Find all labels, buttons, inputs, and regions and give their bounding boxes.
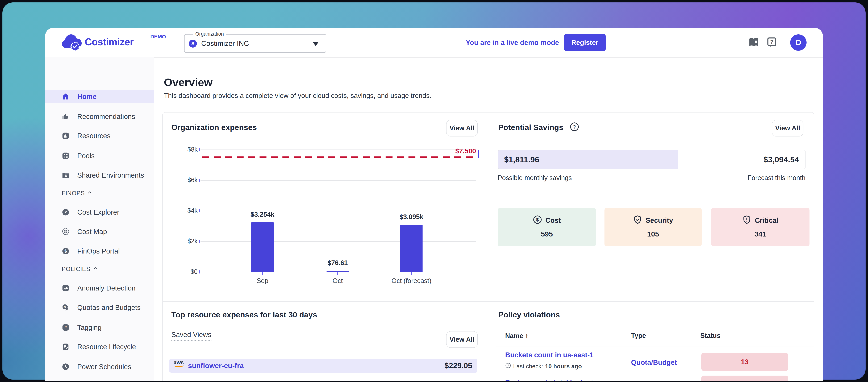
sidebar-item-tagging[interactable]: # Tagging bbox=[45, 321, 154, 334]
brand-name: Costimizer bbox=[85, 36, 133, 48]
sidebar-item-cost-map[interactable]: Cost Map bbox=[45, 225, 154, 238]
svg-text:?: ? bbox=[573, 124, 576, 129]
folder-user-icon bbox=[62, 171, 70, 179]
policy-type[interactable]: Quota/Budget bbox=[631, 358, 677, 366]
policy-table-divider bbox=[496, 347, 814, 347]
chart-right-marker bbox=[478, 150, 479, 158]
sidebar-item-label: Resources bbox=[77, 132, 111, 140]
sidebar-item-shared-environments[interactable]: Shared Environments bbox=[45, 169, 154, 182]
potential-savings-title: Potential Savings bbox=[498, 123, 563, 132]
app-window: Costimizer DEMO Organization S Costimize… bbox=[45, 28, 823, 381]
sidebar-item-recommendations[interactable]: Recommendations bbox=[45, 110, 154, 123]
anomaly-chart-icon bbox=[62, 284, 70, 292]
savings-chip-cost[interactable]: $ Cost 595 bbox=[498, 208, 596, 246]
savings-chip-security[interactable]: Security 105 bbox=[604, 208, 702, 246]
organization-select[interactable]: Organization S Costimizer INC bbox=[184, 34, 327, 53]
chip-value: 341 bbox=[711, 230, 809, 238]
cloud-check-icon bbox=[60, 32, 83, 53]
thumbs-up-icon bbox=[62, 113, 70, 120]
resource-row[interactable]: aws sunflower-eu-fra $229.05 bbox=[169, 359, 477, 373]
policy-status-count: 13 bbox=[741, 358, 749, 366]
sidebar-section-label: FINOPS bbox=[62, 189, 85, 197]
top-resources-view-all-button[interactable]: View All bbox=[446, 331, 478, 348]
org-expenses-view-all-button[interactable]: View All bbox=[446, 120, 478, 137]
dollar-circle-icon: $ bbox=[62, 247, 70, 255]
policy-status-badge: 13 bbox=[701, 353, 788, 371]
question-circle-icon[interactable]: ? bbox=[570, 122, 579, 131]
grid-horizontal-divider bbox=[162, 301, 814, 302]
aws-icon: aws bbox=[174, 360, 184, 368]
column-label: Name bbox=[505, 332, 523, 340]
sidebar-item-power-schedules[interactable]: Power Schedules bbox=[45, 360, 154, 373]
sidebar-item-home[interactable]: Home bbox=[45, 90, 154, 103]
shield-check-icon bbox=[633, 215, 642, 226]
book-icon[interactable] bbox=[748, 36, 760, 48]
page-title: Overview bbox=[164, 76, 213, 89]
chart-bar[interactable] bbox=[251, 222, 274, 272]
sidebar-item-resource-lifecycle[interactable]: Resource Lifecycle bbox=[45, 340, 154, 353]
sidebar-item-label: Quotas and Budgets bbox=[77, 304, 141, 312]
sidebar-item-quotas-and-budgets[interactable]: $ Quotas and Budgets bbox=[45, 301, 154, 314]
potential-savings-view-all-button[interactable]: View All bbox=[772, 120, 803, 137]
sidebar-item-label: Tagging bbox=[77, 324, 101, 331]
chart-bar[interactable] bbox=[327, 271, 349, 272]
possible-savings-label: Possible monthly savings bbox=[498, 174, 572, 182]
sidebar-item-cost-explorer[interactable]: Cost Explorer bbox=[45, 206, 154, 219]
forecast-amount: $3,094.54 bbox=[764, 150, 799, 169]
compass-icon bbox=[62, 208, 70, 216]
brand-demo-badge: DEMO bbox=[150, 34, 166, 39]
last-check-label: Last check: bbox=[513, 363, 543, 370]
svg-text:?: ? bbox=[770, 39, 774, 45]
chip-label: Cost bbox=[546, 216, 561, 224]
sidebar-section-finops[interactable]: FINOPS bbox=[62, 189, 92, 197]
sort-ascending-icon: ↑ bbox=[525, 332, 528, 340]
chart-bar[interactable] bbox=[400, 225, 423, 272]
checklist-icon bbox=[62, 343, 70, 351]
clock-small-icon bbox=[505, 362, 511, 370]
column-label: Type bbox=[631, 332, 646, 340]
chevron-up-icon bbox=[87, 189, 92, 197]
policy-column-name[interactable]: Name ↑ bbox=[505, 332, 528, 340]
hash-icon: # bbox=[62, 323, 70, 331]
resource-name-link[interactable]: sunflower-eu-fra bbox=[188, 359, 244, 373]
sidebar-item-label: Power Schedules bbox=[77, 363, 131, 371]
policy-column-status[interactable]: Status bbox=[700, 332, 720, 340]
policy-name-link[interactable]: Environments total budget bbox=[505, 379, 593, 381]
user-avatar[interactable]: D bbox=[790, 34, 807, 51]
possible-savings-amount: $1,811.96 bbox=[504, 150, 539, 169]
sidebar-section-policies[interactable]: POLICIES bbox=[62, 265, 98, 272]
help-icon[interactable]: ? bbox=[766, 36, 778, 48]
screen: Costimizer DEMO Organization S Costimize… bbox=[0, 0, 868, 382]
savings-chip-critical[interactable]: Critical 341 bbox=[711, 208, 809, 246]
sidebar-item-resources[interactable]: Resources bbox=[45, 129, 154, 142]
sidebar-item-label: Cost Explorer bbox=[77, 208, 119, 216]
policy-violations-title: Policy violations bbox=[498, 310, 560, 319]
aws-swoosh bbox=[174, 365, 184, 368]
top-resources-title: Top resource expenses for last 30 days bbox=[172, 310, 317, 319]
home-icon bbox=[62, 92, 70, 100]
organization-avatar: S bbox=[189, 39, 197, 48]
sidebar-item-finops-portal[interactable]: $ FinOps Portal bbox=[45, 244, 154, 258]
policy-name-link[interactable]: Buckets count in us-east-1 bbox=[505, 351, 593, 359]
sidebar-item-anomaly-detection[interactable]: Anomaly Detection bbox=[45, 282, 154, 295]
forecast-label: Forecast this month bbox=[670, 174, 806, 182]
sidebar-item-pools[interactable]: Pools bbox=[45, 149, 154, 163]
policy-status-badge bbox=[701, 376, 788, 381]
bar-chart-icon bbox=[62, 132, 70, 140]
caret-down-icon bbox=[313, 42, 318, 46]
register-button[interactable]: Register bbox=[564, 34, 606, 51]
sidebar-item-label: Home bbox=[77, 93, 96, 100]
aws-logo-text: aws bbox=[174, 360, 184, 365]
grid-vertical-divider bbox=[488, 112, 488, 381]
sidebar-item-label: Recommendations bbox=[77, 113, 135, 120]
sidebar-item-label: FinOps Portal bbox=[77, 247, 120, 255]
shield-alert-icon bbox=[742, 215, 751, 226]
topbar: Costimizer DEMO Organization S Costimize… bbox=[45, 28, 823, 57]
globe-icon bbox=[62, 228, 70, 236]
last-check-value: 10 hours ago bbox=[545, 363, 582, 370]
sidebar: Home Recommendations Resources Pools bbox=[45, 57, 154, 381]
saved-views-link[interactable]: Saved Views bbox=[172, 331, 212, 341]
chip-label: Security bbox=[646, 216, 673, 224]
chip-value: 105 bbox=[604, 230, 702, 238]
policy-column-type[interactable]: Type bbox=[631, 332, 646, 340]
